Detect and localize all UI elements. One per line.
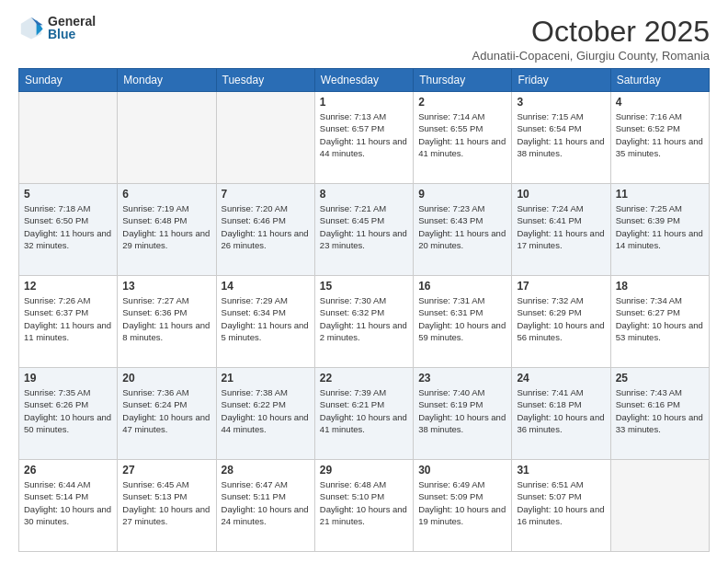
day-number: 11 xyxy=(616,188,704,201)
page: General Blue October 2025 Adunatii-Copac… xyxy=(0,0,728,563)
calendar-cell: 22Sunrise: 7:39 AM Sunset: 6:21 PM Dayli… xyxy=(314,368,413,460)
calendar-cell: 13Sunrise: 7:27 AM Sunset: 6:36 PM Dayli… xyxy=(118,276,216,368)
calendar-cell: 24Sunrise: 7:41 AM Sunset: 6:18 PM Dayli… xyxy=(512,368,610,460)
day-info: Sunrise: 7:27 AM Sunset: 6:36 PM Dayligh… xyxy=(122,294,210,343)
calendar-cell: 7Sunrise: 7:20 AM Sunset: 6:46 PM Daylig… xyxy=(216,184,314,276)
logo-blue: Blue xyxy=(48,28,96,40)
day-info: Sunrise: 7:26 AM Sunset: 6:37 PM Dayligh… xyxy=(24,294,112,343)
calendar-cell: 9Sunrise: 7:23 AM Sunset: 6:43 PM Daylig… xyxy=(414,184,512,276)
month-title: October 2025 xyxy=(472,15,710,49)
logo-icon xyxy=(18,15,44,40)
day-number: 19 xyxy=(24,372,112,385)
calendar-cell: 27Sunrise: 6:45 AM Sunset: 5:13 PM Dayli… xyxy=(118,460,216,552)
calendar-cell: 16Sunrise: 7:31 AM Sunset: 6:31 PM Dayli… xyxy=(414,276,512,368)
calendar-table: SundayMondayTuesdayWednesdayThursdayFrid… xyxy=(18,68,710,552)
day-info: Sunrise: 7:34 AM Sunset: 6:27 PM Dayligh… xyxy=(616,294,704,343)
calendar-cell: 18Sunrise: 7:34 AM Sunset: 6:27 PM Dayli… xyxy=(610,276,709,368)
day-info: Sunrise: 7:25 AM Sunset: 6:39 PM Dayligh… xyxy=(616,202,704,251)
day-number: 17 xyxy=(517,280,605,293)
day-number: 21 xyxy=(222,372,310,385)
day-info: Sunrise: 7:21 AM Sunset: 6:45 PM Dayligh… xyxy=(320,202,408,251)
day-number: 29 xyxy=(320,464,408,477)
calendar-week-row: 26Sunrise: 6:44 AM Sunset: 5:14 PM Dayli… xyxy=(19,460,710,552)
day-number: 14 xyxy=(222,280,310,293)
day-info: Sunrise: 7:20 AM Sunset: 6:46 PM Dayligh… xyxy=(222,202,310,251)
day-number: 31 xyxy=(517,464,605,477)
weekday-header: Wednesday xyxy=(314,69,413,92)
calendar-cell: 8Sunrise: 7:21 AM Sunset: 6:45 PM Daylig… xyxy=(314,184,413,276)
weekday-header: Thursday xyxy=(414,69,512,92)
day-number: 23 xyxy=(418,372,506,385)
calendar-cell: 31Sunrise: 6:51 AM Sunset: 5:07 PM Dayli… xyxy=(512,460,610,552)
day-number: 18 xyxy=(616,280,704,293)
day-number: 10 xyxy=(517,188,605,201)
day-number: 30 xyxy=(418,464,506,477)
calendar-cell xyxy=(118,92,216,184)
day-info: Sunrise: 6:49 AM Sunset: 5:09 PM Dayligh… xyxy=(418,478,506,527)
day-number: 7 xyxy=(222,188,310,201)
calendar-cell: 26Sunrise: 6:44 AM Sunset: 5:14 PM Dayli… xyxy=(19,460,118,552)
day-info: Sunrise: 7:23 AM Sunset: 6:43 PM Dayligh… xyxy=(418,202,506,251)
day-info: Sunrise: 7:18 AM Sunset: 6:50 PM Dayligh… xyxy=(24,202,112,251)
day-info: Sunrise: 7:30 AM Sunset: 6:32 PM Dayligh… xyxy=(320,294,408,343)
day-number: 16 xyxy=(418,280,506,293)
day-number: 1 xyxy=(320,96,408,109)
day-info: Sunrise: 7:38 AM Sunset: 6:22 PM Dayligh… xyxy=(222,386,310,435)
day-number: 26 xyxy=(24,464,112,477)
weekday-header: Tuesday xyxy=(216,69,314,92)
calendar-week-row: 1Sunrise: 7:13 AM Sunset: 6:57 PM Daylig… xyxy=(19,92,710,184)
calendar-cell xyxy=(216,92,314,184)
day-number: 22 xyxy=(320,372,408,385)
day-number: 15 xyxy=(320,280,408,293)
calendar-cell: 5Sunrise: 7:18 AM Sunset: 6:50 PM Daylig… xyxy=(19,184,118,276)
calendar-cell: 23Sunrise: 7:40 AM Sunset: 6:19 PM Dayli… xyxy=(414,368,512,460)
calendar-cell: 12Sunrise: 7:26 AM Sunset: 6:37 PM Dayli… xyxy=(19,276,118,368)
day-number: 2 xyxy=(418,96,506,109)
header: General Blue October 2025 Adunatii-Copac… xyxy=(18,15,710,63)
title-section: October 2025 Adunatii-Copaceni, Giurgiu … xyxy=(472,15,710,63)
weekday-header-row: SundayMondayTuesdayWednesdayThursdayFrid… xyxy=(19,69,710,92)
calendar-cell: 11Sunrise: 7:25 AM Sunset: 6:39 PM Dayli… xyxy=(610,184,709,276)
day-info: Sunrise: 7:35 AM Sunset: 6:26 PM Dayligh… xyxy=(24,386,112,435)
calendar-cell: 3Sunrise: 7:15 AM Sunset: 6:54 PM Daylig… xyxy=(512,92,610,184)
weekday-header: Friday xyxy=(512,69,610,92)
day-info: Sunrise: 7:36 AM Sunset: 6:24 PM Dayligh… xyxy=(122,386,210,435)
calendar-cell: 30Sunrise: 6:49 AM Sunset: 5:09 PM Dayli… xyxy=(414,460,512,552)
day-number: 6 xyxy=(122,188,210,201)
calendar-cell: 19Sunrise: 7:35 AM Sunset: 6:26 PM Dayli… xyxy=(19,368,118,460)
day-info: Sunrise: 6:44 AM Sunset: 5:14 PM Dayligh… xyxy=(24,478,112,527)
calendar-cell: 15Sunrise: 7:30 AM Sunset: 6:32 PM Dayli… xyxy=(314,276,413,368)
day-number: 4 xyxy=(616,96,704,109)
calendar-cell: 1Sunrise: 7:13 AM Sunset: 6:57 PM Daylig… xyxy=(314,92,413,184)
day-number: 5 xyxy=(24,188,112,201)
day-info: Sunrise: 7:43 AM Sunset: 6:16 PM Dayligh… xyxy=(616,386,704,435)
day-info: Sunrise: 7:41 AM Sunset: 6:18 PM Dayligh… xyxy=(517,386,605,435)
calendar-week-row: 12Sunrise: 7:26 AM Sunset: 6:37 PM Dayli… xyxy=(19,276,710,368)
calendar-cell: 6Sunrise: 7:19 AM Sunset: 6:48 PM Daylig… xyxy=(118,184,216,276)
calendar-cell: 29Sunrise: 6:48 AM Sunset: 5:10 PM Dayli… xyxy=(314,460,413,552)
weekday-header: Sunday xyxy=(19,69,118,92)
calendar-cell: 28Sunrise: 6:47 AM Sunset: 5:11 PM Dayli… xyxy=(216,460,314,552)
day-info: Sunrise: 6:47 AM Sunset: 5:11 PM Dayligh… xyxy=(222,478,310,527)
calendar-cell: 10Sunrise: 7:24 AM Sunset: 6:41 PM Dayli… xyxy=(512,184,610,276)
calendar-cell: 4Sunrise: 7:16 AM Sunset: 6:52 PM Daylig… xyxy=(610,92,709,184)
calendar-week-row: 5Sunrise: 7:18 AM Sunset: 6:50 PM Daylig… xyxy=(19,184,710,276)
day-info: Sunrise: 7:15 AM Sunset: 6:54 PM Dayligh… xyxy=(517,110,605,159)
weekday-header: Saturday xyxy=(610,69,709,92)
day-number: 27 xyxy=(122,464,210,477)
day-info: Sunrise: 6:45 AM Sunset: 5:13 PM Dayligh… xyxy=(122,478,210,527)
calendar-cell: 25Sunrise: 7:43 AM Sunset: 6:16 PM Dayli… xyxy=(610,368,709,460)
day-info: Sunrise: 7:16 AM Sunset: 6:52 PM Dayligh… xyxy=(616,110,704,159)
day-info: Sunrise: 7:29 AM Sunset: 6:34 PM Dayligh… xyxy=(222,294,310,343)
day-info: Sunrise: 7:24 AM Sunset: 6:41 PM Dayligh… xyxy=(517,202,605,251)
logo-text: General Blue xyxy=(48,15,96,40)
subtitle: Adunatii-Copaceni, Giurgiu County, Roman… xyxy=(472,49,710,63)
day-info: Sunrise: 7:40 AM Sunset: 6:19 PM Dayligh… xyxy=(418,386,506,435)
calendar-cell: 14Sunrise: 7:29 AM Sunset: 6:34 PM Dayli… xyxy=(216,276,314,368)
calendar-cell xyxy=(19,92,118,184)
day-number: 3 xyxy=(517,96,605,109)
calendar-cell: 2Sunrise: 7:14 AM Sunset: 6:55 PM Daylig… xyxy=(414,92,512,184)
day-number: 25 xyxy=(616,372,704,385)
day-info: Sunrise: 7:14 AM Sunset: 6:55 PM Dayligh… xyxy=(418,110,506,159)
day-info: Sunrise: 7:19 AM Sunset: 6:48 PM Dayligh… xyxy=(122,202,210,251)
